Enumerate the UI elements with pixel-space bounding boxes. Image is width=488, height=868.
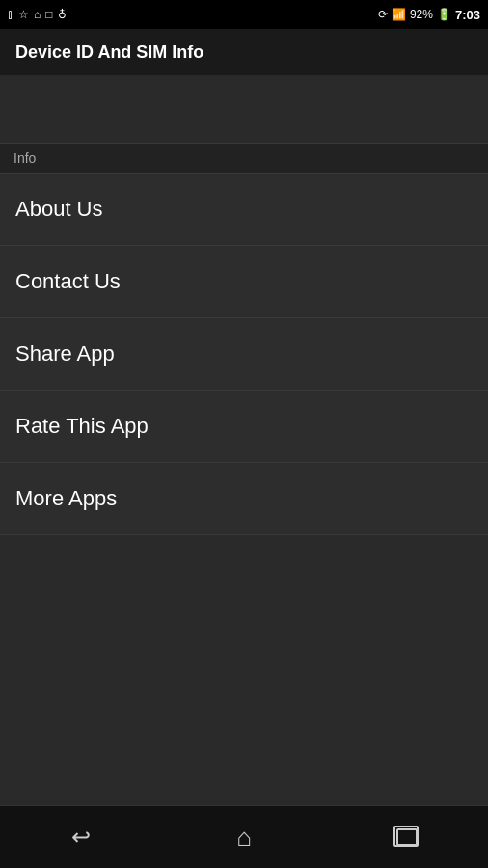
phone-icon: □ [45,8,52,21]
status-bar: ⫿ ☆ ⌂ □ ♁ ⟳ 📶 92% 🔋 7:03 [0,0,488,29]
menu-list: About Us Contact Us Share App Rate This … [0,174,488,805]
battery-icon: 🔋 [437,8,451,21]
recent-apps-button[interactable] [368,813,446,861]
recent-icon [396,828,418,846]
back-button[interactable] [42,813,120,861]
section-header: Info [0,143,488,174]
menu-item-about-us[interactable]: About Us [0,174,488,246]
main-content: Info About Us Contact Us Share App Rate … [0,75,488,805]
menu-item-rate-app[interactable]: Rate This App [0,391,488,463]
status-bar-left: ⫿ ☆ ⌂ □ ♁ [8,8,67,21]
page-title: Device ID And SIM Info [15,42,203,63]
menu-item-share-app[interactable]: Share App [0,318,488,391]
nav-bar [0,805,488,868]
sim-icon: 📶 [392,8,406,21]
menu-item-more-apps-label: More Apps [15,486,117,511]
android-icon: ♁ [58,8,67,21]
menu-item-rate-app-label: Rate This App [15,414,149,439]
location-icon: ⌂ [34,8,41,21]
status-time: 7:03 [455,8,480,22]
back-icon [71,824,91,851]
battery-percent: 92% [410,8,433,21]
title-bar: Device ID And SIM Info [0,29,488,75]
home-icon [236,823,252,853]
menu-item-contact-us[interactable]: Contact Us [0,246,488,318]
status-bar-right: ⟳ 📶 92% 🔋 7:03 [378,8,480,22]
menu-item-contact-us-label: Contact Us [15,269,121,294]
bulb-icon: ☆ [18,8,29,21]
menu-item-more-apps[interactable]: More Apps [0,463,488,535]
menu-item-about-us-label: About Us [15,197,103,222]
rotate-icon: ⟳ [378,8,388,21]
home-button[interactable] [205,813,283,861]
menu-item-share-app-label: Share App [15,341,115,366]
top-spacer [0,75,488,143]
section-header-label: Info [14,150,36,166]
usb-icon: ⫿ [8,8,14,21]
